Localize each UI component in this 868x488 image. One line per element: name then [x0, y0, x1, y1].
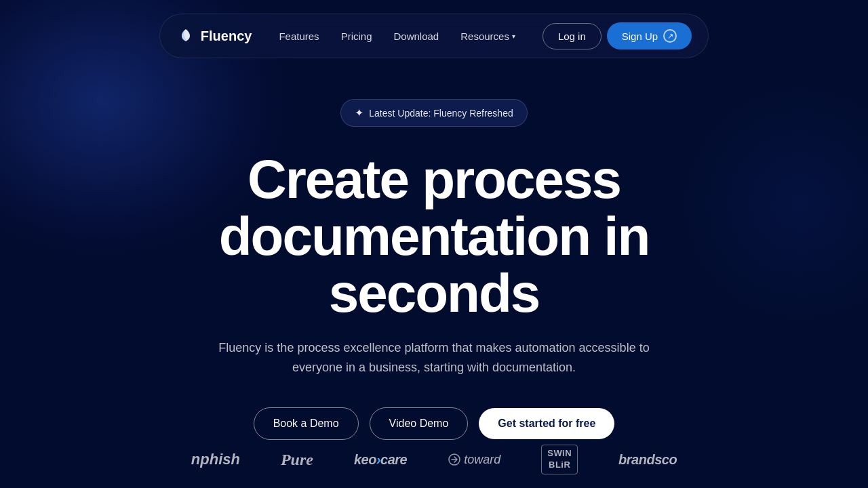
chevron-down-icon: ▾ — [512, 33, 515, 40]
navbar-inner: Fluency Features Pricing Download Resour… — [159, 14, 709, 58]
logo-icon — [176, 26, 195, 45]
navbar: Fluency Features Pricing Download Resour… — [0, 0, 868, 72]
hero-section: ✦ Latest Update: Fluency Refreshed Creat… — [0, 72, 868, 481]
signup-button[interactable]: Sign Up ↗ — [607, 22, 692, 49]
nav-download[interactable]: Download — [393, 30, 439, 42]
nav-links: Features Pricing Download Resources ▾ — [279, 30, 515, 42]
logo[interactable]: Fluency — [176, 26, 252, 45]
nav-pricing[interactable]: Pricing — [341, 30, 372, 42]
nav-resources[interactable]: Resources ▾ — [460, 30, 515, 42]
nav-features[interactable]: Features — [279, 30, 319, 42]
nav-actions: Log in Sign Up ↗ — [542, 22, 692, 49]
hero-subtitle: Fluency is the process excellence platfo… — [210, 338, 658, 378]
update-badge[interactable]: ✦ Latest Update: Fluency Refreshed — [340, 99, 527, 127]
get-started-button[interactable]: Get started for free — [479, 408, 614, 439]
book-demo-button[interactable]: Book a Demo — [254, 407, 359, 440]
logo-text: Fluency — [201, 28, 252, 44]
video-demo-button[interactable]: Video Demo — [370, 407, 469, 440]
badge-text: Latest Update: Fluency Refreshed — [369, 108, 513, 119]
hero-title: Create process documentation in seconds — [129, 151, 739, 322]
hero-ctas: Book a Demo Video Demo Get started for f… — [254, 407, 615, 440]
login-button[interactable]: Log in — [542, 23, 601, 49]
arrow-circle-icon: ↗ — [663, 29, 677, 43]
sparkle-icon: ✦ — [355, 106, 363, 119]
